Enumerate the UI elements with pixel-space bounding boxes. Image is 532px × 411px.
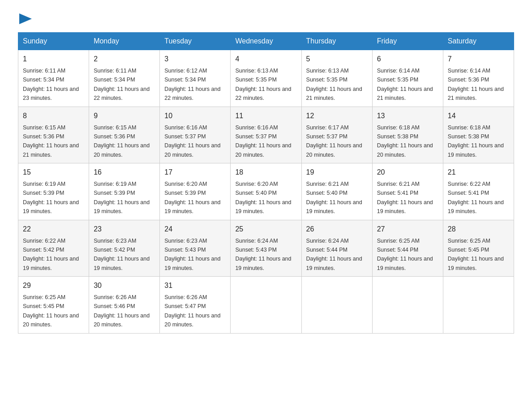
day-cell — [443, 277, 514, 334]
week-row-5: 29 Sunrise: 6:25 AMSunset: 5:45 PMDaylig… — [18, 277, 514, 334]
day-number: 25 — [235, 224, 296, 235]
day-number: 8 — [23, 111, 84, 121]
day-cell: 3 Sunrise: 6:12 AMSunset: 5:34 PMDayligh… — [160, 50, 231, 107]
day-number: 27 — [377, 224, 438, 235]
day-number: 4 — [235, 54, 296, 64]
day-number: 28 — [448, 224, 509, 235]
day-cell: 31 Sunrise: 6:26 AMSunset: 5:47 PMDaylig… — [160, 277, 231, 334]
day-number: 2 — [94, 54, 155, 64]
day-cell: 25 Sunrise: 6:24 AMSunset: 5:43 PMDaylig… — [231, 220, 301, 277]
day-number: 16 — [94, 167, 155, 178]
day-info: Sunrise: 6:23 AMSunset: 5:43 PMDaylight:… — [164, 238, 220, 271]
day-cell: 4 Sunrise: 6:13 AMSunset: 5:35 PMDayligh… — [231, 50, 301, 107]
day-info: Sunrise: 6:19 AMSunset: 5:39 PMDaylight:… — [94, 181, 150, 214]
day-cell: 12 Sunrise: 6:17 AMSunset: 5:37 PMDaylig… — [301, 107, 372, 163]
day-number: 11 — [235, 111, 296, 121]
day-number: 10 — [164, 111, 226, 121]
day-info: Sunrise: 6:16 AMSunset: 5:37 PMDaylight:… — [164, 124, 220, 158]
day-number: 15 — [23, 167, 84, 178]
day-info: Sunrise: 6:16 AMSunset: 5:37 PMDaylight:… — [235, 124, 291, 158]
day-number: 23 — [94, 224, 155, 235]
day-info: Sunrise: 6:25 AMSunset: 5:45 PMDaylight:… — [448, 238, 504, 271]
header-friday: Friday — [372, 33, 443, 50]
day-number: 26 — [306, 224, 368, 235]
day-cell: 6 Sunrise: 6:14 AMSunset: 5:35 PMDayligh… — [372, 50, 443, 107]
logo — [18, 13, 32, 23]
day-info: Sunrise: 6:14 AMSunset: 5:36 PMDaylight:… — [448, 68, 504, 101]
page-header — [18, 13, 514, 23]
day-info: Sunrise: 6:22 AMSunset: 5:41 PMDaylight:… — [448, 181, 504, 214]
day-number: 1 — [23, 54, 84, 64]
calendar-header-row: SundayMondayTuesdayWednesdayThursdayFrid… — [18, 33, 514, 50]
header-thursday: Thursday — [301, 33, 372, 50]
day-cell — [301, 277, 372, 334]
header-tuesday: Tuesday — [160, 33, 231, 50]
day-cell: 14 Sunrise: 6:18 AMSunset: 5:38 PMDaylig… — [443, 107, 514, 163]
day-info: Sunrise: 6:18 AMSunset: 5:38 PMDaylight:… — [377, 124, 433, 158]
week-row-4: 22 Sunrise: 6:22 AMSunset: 5:42 PMDaylig… — [18, 220, 514, 277]
day-cell: 22 Sunrise: 6:22 AMSunset: 5:42 PMDaylig… — [18, 220, 89, 277]
day-info: Sunrise: 6:26 AMSunset: 5:47 PMDaylight:… — [164, 294, 220, 328]
day-cell: 30 Sunrise: 6:26 AMSunset: 5:46 PMDaylig… — [89, 277, 160, 334]
day-info: Sunrise: 6:18 AMSunset: 5:38 PMDaylight:… — [448, 124, 504, 158]
day-number: 17 — [164, 167, 226, 178]
svg-marker-0 — [19, 13, 32, 24]
day-info: Sunrise: 6:26 AMSunset: 5:46 PMDaylight:… — [94, 294, 150, 328]
day-info: Sunrise: 6:21 AMSunset: 5:41 PMDaylight:… — [377, 181, 433, 214]
week-row-3: 15 Sunrise: 6:19 AMSunset: 5:39 PMDaylig… — [18, 163, 514, 220]
day-cell: 2 Sunrise: 6:11 AMSunset: 5:34 PMDayligh… — [89, 50, 160, 107]
day-info: Sunrise: 6:20 AMSunset: 5:40 PMDaylight:… — [235, 181, 291, 214]
day-cell: 18 Sunrise: 6:20 AMSunset: 5:40 PMDaylig… — [231, 163, 301, 220]
day-info: Sunrise: 6:12 AMSunset: 5:34 PMDaylight:… — [164, 68, 220, 101]
day-cell: 8 Sunrise: 6:15 AMSunset: 5:36 PMDayligh… — [18, 107, 89, 163]
day-number: 13 — [377, 111, 438, 121]
day-info: Sunrise: 6:24 AMSunset: 5:43 PMDaylight:… — [235, 238, 291, 271]
day-cell: 16 Sunrise: 6:19 AMSunset: 5:39 PMDaylig… — [89, 163, 160, 220]
day-info: Sunrise: 6:15 AMSunset: 5:36 PMDaylight:… — [23, 124, 79, 158]
day-cell: 20 Sunrise: 6:21 AMSunset: 5:41 PMDaylig… — [372, 163, 443, 220]
day-info: Sunrise: 6:24 AMSunset: 5:44 PMDaylight:… — [306, 238, 362, 271]
day-cell: 21 Sunrise: 6:22 AMSunset: 5:41 PMDaylig… — [443, 163, 514, 220]
day-cell: 7 Sunrise: 6:14 AMSunset: 5:36 PMDayligh… — [443, 50, 514, 107]
day-number: 20 — [377, 167, 438, 178]
day-info: Sunrise: 6:13 AMSunset: 5:35 PMDaylight:… — [306, 68, 362, 101]
day-cell — [231, 277, 301, 334]
week-row-1: 1 Sunrise: 6:11 AMSunset: 5:34 PMDayligh… — [18, 50, 514, 107]
day-cell: 27 Sunrise: 6:25 AMSunset: 5:44 PMDaylig… — [372, 220, 443, 277]
day-number: 6 — [377, 54, 438, 64]
logo-arrow-icon — [19, 13, 32, 24]
day-number: 19 — [306, 167, 368, 178]
day-cell: 29 Sunrise: 6:25 AMSunset: 5:45 PMDaylig… — [18, 277, 89, 334]
day-info: Sunrise: 6:20 AMSunset: 5:39 PMDaylight:… — [164, 181, 220, 214]
header-sunday: Sunday — [18, 33, 89, 50]
day-number: 22 — [23, 224, 84, 235]
day-info: Sunrise: 6:23 AMSunset: 5:42 PMDaylight:… — [94, 238, 150, 271]
day-number: 21 — [448, 167, 509, 178]
day-cell: 1 Sunrise: 6:11 AMSunset: 5:34 PMDayligh… — [18, 50, 89, 107]
day-info: Sunrise: 6:11 AMSunset: 5:34 PMDaylight:… — [23, 68, 79, 101]
day-info: Sunrise: 6:15 AMSunset: 5:36 PMDaylight:… — [94, 124, 150, 158]
day-number: 12 — [306, 111, 368, 121]
header-saturday: Saturday — [443, 33, 514, 50]
day-cell: 11 Sunrise: 6:16 AMSunset: 5:37 PMDaylig… — [231, 107, 301, 163]
day-number: 30 — [94, 280, 155, 291]
day-cell: 10 Sunrise: 6:16 AMSunset: 5:37 PMDaylig… — [160, 107, 231, 163]
day-number: 9 — [94, 111, 155, 121]
day-number: 29 — [23, 280, 84, 291]
day-number: 31 — [164, 280, 226, 291]
day-info: Sunrise: 6:25 AMSunset: 5:44 PMDaylight:… — [377, 238, 433, 271]
day-number: 24 — [164, 224, 226, 235]
day-number: 18 — [235, 167, 296, 178]
day-cell: 9 Sunrise: 6:15 AMSunset: 5:36 PMDayligh… — [89, 107, 160, 163]
day-info: Sunrise: 6:19 AMSunset: 5:39 PMDaylight:… — [23, 181, 79, 214]
day-cell: 13 Sunrise: 6:18 AMSunset: 5:38 PMDaylig… — [372, 107, 443, 163]
header-wednesday: Wednesday — [231, 33, 301, 50]
day-info: Sunrise: 6:11 AMSunset: 5:34 PMDaylight:… — [94, 68, 150, 101]
day-cell: 23 Sunrise: 6:23 AMSunset: 5:42 PMDaylig… — [89, 220, 160, 277]
day-cell: 19 Sunrise: 6:21 AMSunset: 5:40 PMDaylig… — [301, 163, 372, 220]
day-info: Sunrise: 6:25 AMSunset: 5:45 PMDaylight:… — [23, 294, 79, 328]
day-number: 3 — [164, 54, 226, 64]
day-cell — [372, 277, 443, 334]
week-row-2: 8 Sunrise: 6:15 AMSunset: 5:36 PMDayligh… — [18, 107, 514, 163]
day-number: 7 — [448, 54, 509, 64]
